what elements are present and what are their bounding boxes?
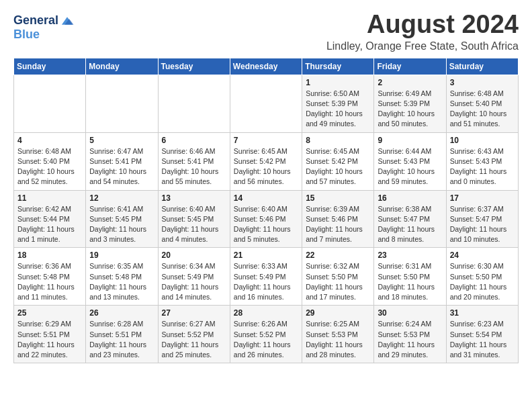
col-header-wednesday: Wednesday (230, 58, 302, 75)
day-info: Sunrise: 6:46 AM Sunset: 5:41 PM Dayligh… (162, 146, 226, 187)
day-number: 18 (17, 250, 82, 260)
day-info: Sunrise: 6:31 AM Sunset: 5:50 PM Dayligh… (378, 261, 442, 302)
day-number: 7 (234, 136, 298, 145)
day-cell: 11Sunrise: 6:42 AM Sunset: 5:44 PM Dayli… (14, 190, 86, 248)
day-number: 22 (306, 250, 370, 260)
day-info: Sunrise: 6:23 AM Sunset: 5:54 PM Dayligh… (450, 319, 515, 360)
day-cell: 19Sunrise: 6:35 AM Sunset: 5:48 PM Dayli… (86, 248, 158, 306)
day-info: Sunrise: 6:45 AM Sunset: 5:42 PM Dayligh… (306, 146, 370, 187)
day-number: 28 (234, 308, 298, 318)
day-cell (230, 75, 302, 132)
week-row-1: 1Sunrise: 6:50 AM Sunset: 5:39 PM Daylig… (14, 75, 519, 132)
logo: General Blue (13, 13, 75, 42)
col-header-sunday: Sunday (14, 58, 86, 75)
day-cell: 20Sunrise: 6:34 AM Sunset: 5:49 PM Dayli… (158, 248, 230, 306)
day-number: 23 (378, 250, 442, 260)
col-header-saturday: Saturday (446, 58, 518, 75)
day-cell: 9Sunrise: 6:44 AM Sunset: 5:43 PM Daylig… (374, 132, 446, 190)
day-info: Sunrise: 6:34 AM Sunset: 5:49 PM Dayligh… (162, 261, 226, 302)
col-header-thursday: Thursday (302, 58, 374, 75)
day-info: Sunrise: 6:42 AM Sunset: 5:44 PM Dayligh… (17, 204, 82, 245)
day-number: 30 (378, 308, 442, 318)
day-cell: 8Sunrise: 6:45 AM Sunset: 5:42 PM Daylig… (302, 132, 374, 190)
day-info: Sunrise: 6:30 AM Sunset: 5:50 PM Dayligh… (450, 261, 515, 302)
day-number: 21 (234, 250, 298, 260)
day-number: 26 (89, 308, 154, 318)
day-cell: 17Sunrise: 6:37 AM Sunset: 5:47 PM Dayli… (446, 190, 518, 248)
day-cell: 4Sunrise: 6:48 AM Sunset: 5:40 PM Daylig… (14, 132, 86, 190)
day-cell: 18Sunrise: 6:36 AM Sunset: 5:48 PM Dayli… (14, 248, 86, 306)
day-number: 9 (378, 136, 442, 145)
day-cell: 24Sunrise: 6:30 AM Sunset: 5:50 PM Dayli… (446, 248, 518, 306)
day-number: 20 (162, 250, 226, 260)
day-info: Sunrise: 6:27 AM Sunset: 5:52 PM Dayligh… (162, 319, 226, 360)
day-cell: 3Sunrise: 6:48 AM Sunset: 5:40 PM Daylig… (446, 75, 518, 132)
week-row-3: 11Sunrise: 6:42 AM Sunset: 5:44 PM Dayli… (14, 190, 519, 248)
day-cell: 6Sunrise: 6:46 AM Sunset: 5:41 PM Daylig… (158, 132, 230, 190)
day-info: Sunrise: 6:48 AM Sunset: 5:40 PM Dayligh… (450, 89, 515, 130)
day-cell: 10Sunrise: 6:43 AM Sunset: 5:43 PM Dayli… (446, 132, 518, 190)
day-info: Sunrise: 6:37 AM Sunset: 5:47 PM Dayligh… (450, 204, 515, 245)
day-info: Sunrise: 6:33 AM Sunset: 5:49 PM Dayligh… (234, 261, 298, 302)
day-number: 13 (162, 193, 226, 203)
logo-text-line1: General (13, 14, 58, 28)
page: General Blue August 2024 Lindley, Orange… (0, 0, 532, 374)
day-info: Sunrise: 6:36 AM Sunset: 5:48 PM Dayligh… (17, 261, 82, 302)
week-row-4: 18Sunrise: 6:36 AM Sunset: 5:48 PM Dayli… (14, 248, 519, 306)
day-number: 10 (450, 136, 515, 145)
day-info: Sunrise: 6:40 AM Sunset: 5:46 PM Dayligh… (234, 204, 298, 245)
day-info: Sunrise: 6:50 AM Sunset: 5:39 PM Dayligh… (306, 89, 370, 130)
day-cell: 26Sunrise: 6:28 AM Sunset: 5:51 PM Dayli… (86, 306, 158, 363)
day-cell (14, 75, 86, 132)
col-header-friday: Friday (374, 58, 446, 75)
day-number: 29 (306, 308, 370, 318)
week-row-5: 25Sunrise: 6:29 AM Sunset: 5:51 PM Dayli… (14, 306, 519, 363)
header-row: SundayMondayTuesdayWednesdayThursdayFrid… (14, 58, 519, 75)
day-info: Sunrise: 6:28 AM Sunset: 5:51 PM Dayligh… (89, 319, 154, 360)
day-cell: 12Sunrise: 6:41 AM Sunset: 5:45 PM Dayli… (86, 190, 158, 248)
day-info: Sunrise: 6:35 AM Sunset: 5:48 PM Dayligh… (89, 261, 154, 302)
day-cell: 16Sunrise: 6:38 AM Sunset: 5:47 PM Dayli… (374, 190, 446, 248)
day-info: Sunrise: 6:38 AM Sunset: 5:47 PM Dayligh… (378, 204, 442, 245)
day-number: 15 (306, 193, 370, 203)
day-info: Sunrise: 6:47 AM Sunset: 5:41 PM Dayligh… (89, 146, 154, 187)
day-info: Sunrise: 6:26 AM Sunset: 5:52 PM Dayligh… (234, 319, 298, 360)
day-cell: 31Sunrise: 6:23 AM Sunset: 5:54 PM Dayli… (446, 306, 518, 363)
day-info: Sunrise: 6:45 AM Sunset: 5:42 PM Dayligh… (234, 146, 298, 187)
col-header-monday: Monday (86, 58, 158, 75)
day-number: 14 (234, 193, 298, 203)
day-number: 1 (306, 78, 370, 87)
day-cell: 2Sunrise: 6:49 AM Sunset: 5:39 PM Daylig… (374, 75, 446, 132)
day-number: 4 (17, 136, 82, 145)
day-number: 25 (17, 308, 82, 318)
day-cell: 27Sunrise: 6:27 AM Sunset: 5:52 PM Dayli… (158, 306, 230, 363)
day-cell: 13Sunrise: 6:40 AM Sunset: 5:45 PM Dayli… (158, 190, 230, 248)
day-number: 3 (450, 78, 515, 87)
day-cell: 1Sunrise: 6:50 AM Sunset: 5:39 PM Daylig… (302, 75, 374, 132)
day-number: 6 (162, 136, 226, 145)
day-cell: 7Sunrise: 6:45 AM Sunset: 5:42 PM Daylig… (230, 132, 302, 190)
day-number: 16 (378, 193, 442, 203)
day-info: Sunrise: 6:40 AM Sunset: 5:45 PM Dayligh… (162, 204, 226, 245)
day-cell (86, 75, 158, 132)
logo-icon (60, 13, 75, 28)
location-title: Lindley, Orange Free State, South Africa (326, 40, 519, 52)
calendar-table: SundayMondayTuesdayWednesdayThursdayFrid… (13, 58, 519, 363)
day-info: Sunrise: 6:24 AM Sunset: 5:53 PM Dayligh… (378, 319, 442, 360)
day-info: Sunrise: 6:25 AM Sunset: 5:53 PM Dayligh… (306, 319, 370, 360)
logo-text-line2: Blue (13, 28, 75, 42)
day-number: 2 (378, 78, 442, 87)
day-cell: 22Sunrise: 6:32 AM Sunset: 5:50 PM Dayli… (302, 248, 374, 306)
day-number: 19 (89, 250, 154, 260)
day-number: 11 (17, 193, 82, 203)
day-number: 27 (162, 308, 226, 318)
day-cell (158, 75, 230, 132)
day-number: 12 (89, 193, 154, 203)
month-title: August 2024 (326, 11, 519, 39)
day-number: 17 (450, 193, 515, 203)
week-row-2: 4Sunrise: 6:48 AM Sunset: 5:40 PM Daylig… (14, 132, 519, 190)
day-info: Sunrise: 6:41 AM Sunset: 5:45 PM Dayligh… (89, 204, 154, 245)
day-info: Sunrise: 6:48 AM Sunset: 5:40 PM Dayligh… (17, 146, 82, 187)
day-cell: 23Sunrise: 6:31 AM Sunset: 5:50 PM Dayli… (374, 248, 446, 306)
day-cell: 21Sunrise: 6:33 AM Sunset: 5:49 PM Dayli… (230, 248, 302, 306)
